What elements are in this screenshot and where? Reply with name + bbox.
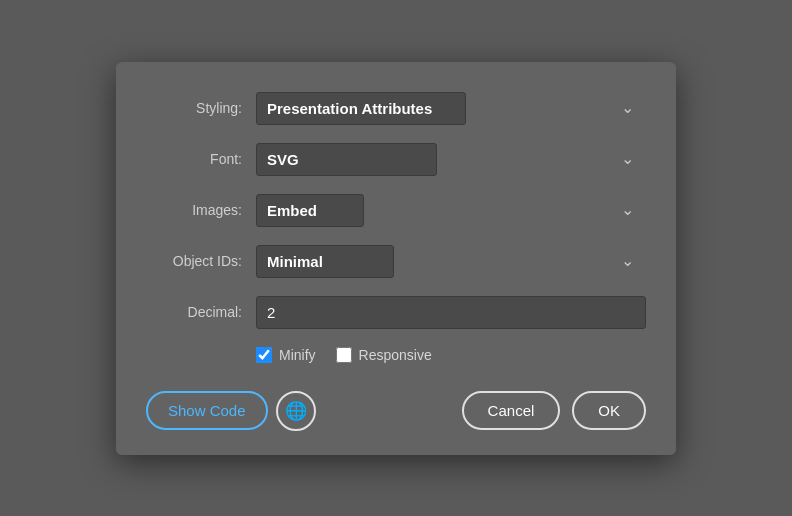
globe-button[interactable]: 🌐 <box>276 391 316 431</box>
checkbox-row: Minify Responsive <box>256 347 646 363</box>
object-ids-label: Object IDs: <box>146 253 256 269</box>
button-row: Show Code 🌐 Cancel OK <box>146 391 646 431</box>
styling-row: Styling: Presentation Attributes Interna… <box>146 92 646 125</box>
images-select-wrapper: Embed Link Preserve <box>256 194 646 227</box>
object-ids-select[interactable]: Minimal Unique Layer Names None <box>256 245 394 278</box>
responsive-label: Responsive <box>359 347 432 363</box>
images-select[interactable]: Embed Link Preserve <box>256 194 364 227</box>
font-row: Font: SVG Convert to outlines Include fo… <box>146 143 646 176</box>
images-row: Images: Embed Link Preserve <box>146 194 646 227</box>
styling-label: Styling: <box>146 100 256 116</box>
minify-checkbox-label[interactable]: Minify <box>256 347 316 363</box>
font-label: Font: <box>146 151 256 167</box>
minify-checkbox[interactable] <box>256 347 272 363</box>
decimal-row: Decimal: <box>146 296 646 329</box>
button-right-group: Cancel OK <box>462 391 646 430</box>
images-label: Images: <box>146 202 256 218</box>
ok-button[interactable]: OK <box>572 391 646 430</box>
globe-icon: 🌐 <box>285 400 307 422</box>
font-select[interactable]: SVG Convert to outlines Include fonts <box>256 143 437 176</box>
object-ids-select-wrapper: Minimal Unique Layer Names None <box>256 245 646 278</box>
responsive-checkbox[interactable] <box>336 347 352 363</box>
styling-select-wrapper: Presentation Attributes Internal CSS Sty… <box>256 92 646 125</box>
responsive-checkbox-label[interactable]: Responsive <box>336 347 432 363</box>
object-ids-row: Object IDs: Minimal Unique Layer Names N… <box>146 245 646 278</box>
show-code-button[interactable]: Show Code <box>146 391 268 430</box>
font-select-wrapper: SVG Convert to outlines Include fonts <box>256 143 646 176</box>
decimal-label: Decimal: <box>146 304 256 320</box>
button-left-group: Show Code 🌐 <box>146 391 316 431</box>
styling-select[interactable]: Presentation Attributes Internal CSS Sty… <box>256 92 466 125</box>
cancel-button[interactable]: Cancel <box>462 391 561 430</box>
decimal-input[interactable] <box>256 296 646 329</box>
dialog: Styling: Presentation Attributes Interna… <box>116 62 676 455</box>
minify-label: Minify <box>279 347 316 363</box>
